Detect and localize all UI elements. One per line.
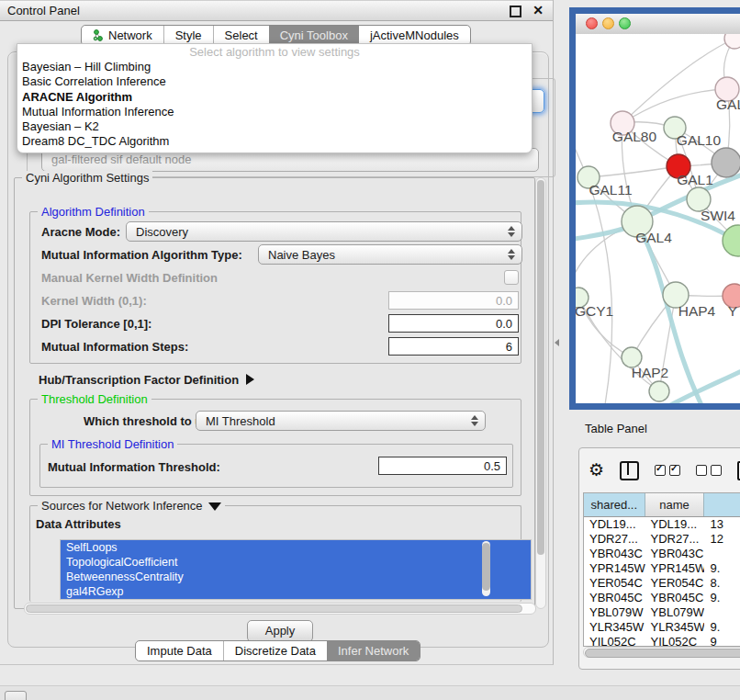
settings-horizontal-scrollbar[interactable] (24, 603, 536, 615)
table-body: YDL19...YDL19...13YDR27...YDR27...12YBR0… (584, 517, 740, 647)
sources-legend[interactable]: Sources for Network Inference (38, 499, 225, 513)
table-row[interactable]: YLR345WYLR345W9. (584, 620, 740, 635)
combo-stepper-icon (471, 415, 478, 426)
mi-algorithm-type-combobox[interactable]: Naive Bayes (258, 244, 522, 265)
table-column-header[interactable] (704, 493, 740, 516)
collapsed-panel-button[interactable] (5, 691, 27, 700)
node-table: shared...name YDL19...YDL19...13YDR27...… (583, 492, 740, 647)
table-cell (704, 605, 740, 620)
mi-steps-input[interactable]: 6 (388, 337, 519, 356)
attribute-list-item[interactable]: gal4RGexp (61, 584, 531, 599)
tab-select[interactable]: Select (213, 26, 269, 45)
algorithm-option[interactable]: Bayesian – Hill Climbing (17, 60, 532, 74)
combo-stepper-icon (508, 249, 515, 260)
table-cell: 13 (704, 517, 740, 532)
table-horizontal-scrollbar[interactable] (583, 647, 740, 658)
table-row[interactable]: YER054CYER054C8. (584, 576, 740, 591)
network-node-label: GAL (716, 96, 740, 112)
close-traffic-light-icon[interactable] (586, 17, 598, 29)
bottom-tab-discretize-data[interactable]: Discretize Data (223, 641, 327, 660)
hub-definition-label: Hub/Transcription Factor Definition (39, 373, 239, 387)
algorithm-definition-group: Algorithm Definition Aracne Mode: Discov… (29, 211, 521, 364)
kernel-width-input[interactable]: 0.0 (388, 291, 519, 310)
close-window-icon[interactable]: ✕ (533, 3, 544, 17)
network-view-window: GALGAL80GAL10GAL1GAL11SWI4GAL4GCY1HAP4YH… (569, 7, 740, 410)
table-cell: YER054C (584, 576, 645, 591)
table-cell: YDR27... (645, 532, 705, 547)
aracne-mode-combobox[interactable]: Discovery (126, 221, 522, 242)
attribute-list-item[interactable]: BetweennessCentrality (61, 570, 531, 584)
combo-stepper-icon (508, 226, 515, 237)
table-row[interactable]: YBR045CYBR045C9. (584, 591, 740, 605)
network-node-label: Y (728, 303, 737, 319)
bottom-tab-infer-network[interactable]: Infer Network (327, 641, 420, 660)
table-row[interactable]: YPR145WYPR145W9. (584, 561, 740, 576)
algorithm-option[interactable]: Basic Correlation Inference (17, 74, 532, 89)
tab-cyni-toolbox[interactable]: Cyni Toolbox (269, 26, 359, 45)
network-node[interactable] (724, 34, 740, 49)
table-row[interactable]: YIL052CYIL052C9 (584, 635, 740, 647)
table-column-header[interactable]: shared... (584, 493, 645, 516)
attributes-vertical-scrollbar[interactable] (482, 541, 490, 596)
table-cell: 9. (704, 591, 740, 605)
algorithm-option[interactable]: Bayesian – K2 (17, 119, 532, 134)
show-columns-icon[interactable] (655, 465, 680, 476)
network-node-label: HAP2 (632, 365, 669, 380)
mi-threshold-definition-group: MI Threshold Definition Mutual Informati… (39, 444, 513, 488)
attribute-list-item[interactable]: TopologicalCoefficient (61, 555, 531, 570)
network-node[interactable] (649, 381, 669, 401)
tab-network[interactable]: Network (82, 26, 163, 45)
manual-kernel-width-label: Manual Kernel Width Definition (41, 271, 218, 285)
algorithm-selection-popup: Select algorithm to view settings Bayesi… (17, 43, 533, 153)
manual-kernel-width-checkbox[interactable] (504, 270, 519, 285)
network-node-label: GCY1 (576, 303, 613, 319)
bottom-tab-label: Impute Data (147, 644, 212, 658)
network-edge[interactable] (589, 166, 678, 177)
bottom-tabstrip: Impute DataDiscretize DataInfer Network (135, 640, 420, 661)
panel-divider-handle[interactable] (555, 339, 559, 346)
status-bar (0, 685, 740, 700)
tab-jactivemnodules[interactable]: jActiveMNodules (359, 26, 470, 45)
zoom-traffic-light-icon[interactable] (619, 17, 631, 29)
table-row[interactable]: YBR043CYBR043C (584, 547, 740, 561)
table-cell: YDR27... (584, 532, 645, 547)
float-window-icon[interactable] (510, 6, 521, 17)
table-cell: 9. (704, 620, 740, 635)
network-node[interactable] (723, 225, 740, 256)
mi-threshold-input[interactable]: 0.5 (378, 457, 507, 475)
apply-button[interactable]: Apply (247, 620, 313, 642)
dpi-tolerance-input[interactable]: 0.0 (388, 314, 519, 333)
network-node[interactable] (712, 148, 740, 177)
settings-gear-icon[interactable]: ⚙ (589, 461, 604, 480)
hub-definition-toggle[interactable]: Hub/Transcription Factor Definition (39, 373, 254, 387)
tab-style[interactable]: Style (163, 26, 213, 45)
table-cell: 9 (704, 635, 740, 647)
which-threshold-combobox[interactable]: MI Threshold (196, 411, 486, 431)
algorithm-option[interactable]: Dream8 DC_TDC Algorithm (17, 134, 532, 149)
table-row[interactable]: YBL079WYBL079W (584, 605, 740, 620)
algorithm-option[interactable]: ARACNE Algorithm (17, 90, 532, 105)
mi-algorithm-type-value: Naive Bayes (268, 248, 335, 262)
table-panel: ⚙ shared...name YDL19...YDL19...13YDR27.… (578, 447, 740, 670)
table-panel-title: Table Panel (585, 422, 647, 435)
table-row[interactable]: YDL19...YDL19...13 (584, 517, 740, 532)
sources-legend-label: Sources for Network Inference (41, 499, 203, 513)
table-cell: YIL052C (645, 635, 705, 647)
column-selector-icon[interactable] (620, 461, 639, 480)
cyni-algorithm-settings-legend: Cyni Algorithm Settings (22, 171, 152, 185)
bottom-tab-impute-data[interactable]: Impute Data (136, 641, 223, 660)
attribute-list-item[interactable]: SelfLoops (61, 540, 531, 555)
network-window-titlebar[interactable] (576, 14, 740, 35)
network-canvas[interactable]: GALGAL80GAL10GAL1GAL11SWI4GAL4GCY1HAP4YH… (576, 34, 740, 403)
table-panel-toolbar: ⚙ (589, 457, 740, 483)
table-cell: YDL19... (584, 517, 645, 532)
collapse-arrow-icon (208, 502, 221, 511)
hide-columns-icon[interactable] (696, 465, 722, 476)
minimize-traffic-light-icon[interactable] (602, 17, 614, 29)
algorithm-definition-legend: Algorithm Definition (38, 205, 149, 219)
algorithm-option[interactable]: Mutual Information Inference (17, 105, 532, 119)
data-attributes-list[interactable]: SelfLoopsTopologicalCoefficientBetweenne… (60, 539, 532, 600)
table-row[interactable]: YDR27...YDR27...12 (584, 532, 740, 547)
table-column-header[interactable]: name (645, 493, 705, 516)
settings-vertical-scrollbar[interactable] (535, 177, 546, 609)
